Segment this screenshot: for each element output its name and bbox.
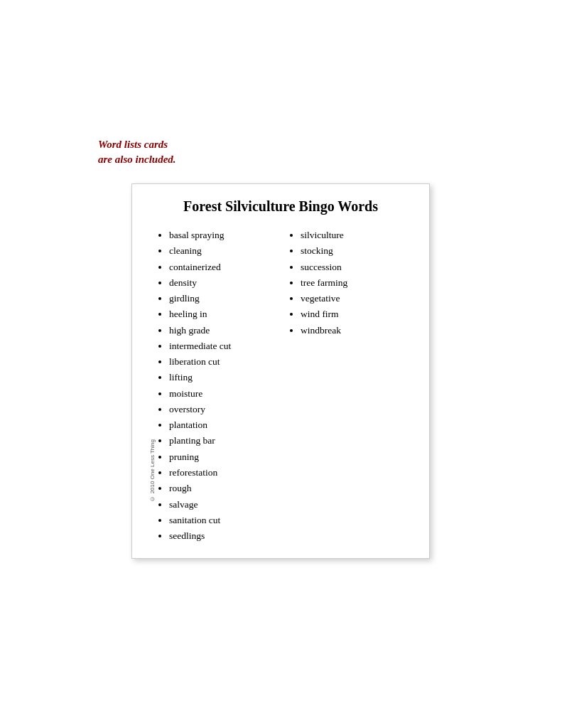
list-item: moisture [169,386,281,402]
word-lists-label: Word lists cards are also included. [98,137,176,167]
list-item: intermediate cut [169,338,281,354]
list-item: high grade [169,323,281,338]
right-word-list: silviculturestockingsuccessiontree farmi… [288,228,412,338]
list-item: stocking [301,243,412,259]
bingo-card: Forest Silviculture Bingo Words basal sp… [131,183,430,559]
list-item: salvage [169,497,281,513]
list-item: basal spraying [169,228,281,243]
list-item: reforestation [169,465,281,481]
list-item: wind firm [301,306,412,322]
page-wrapper: Word lists cards are also included. Fore… [0,0,562,728]
left-column: basal sprayingcleaningcontainerizeddensi… [149,228,281,544]
word-lists-line1: Word lists cards [98,139,168,150]
right-column: silviculturestockingsuccessiontree farmi… [281,228,412,544]
word-columns: basal sprayingcleaningcontainerizeddensi… [149,228,412,544]
card-title: Forest Silviculture Bingo Words [149,198,412,215]
list-item: lifting [169,370,281,385]
list-item: pruning [169,449,281,465]
list-item: vegetative [301,291,412,306]
list-item: cleaning [169,243,281,259]
list-item: overstory [169,402,281,417]
list-item: girdling [169,291,281,306]
list-item: silviculture [301,228,412,243]
list-item: windbreak [301,323,412,338]
list-item: rough [169,481,281,496]
left-word-list: basal sprayingcleaningcontainerizeddensi… [156,228,281,544]
list-item: plantation [169,417,281,433]
list-item: tree farming [301,275,412,291]
list-item: planting bar [169,433,281,449]
list-item: containerized [169,259,281,275]
list-item: succession [301,259,412,275]
list-item: heeling in [169,306,281,322]
copyright-text: © 2010 One Less Thing [149,439,156,502]
word-lists-line2: are also included. [98,154,176,165]
list-item: seedlings [169,528,281,544]
list-item: density [169,275,281,291]
list-item: sanitation cut [169,513,281,528]
list-item: liberation cut [169,354,281,370]
